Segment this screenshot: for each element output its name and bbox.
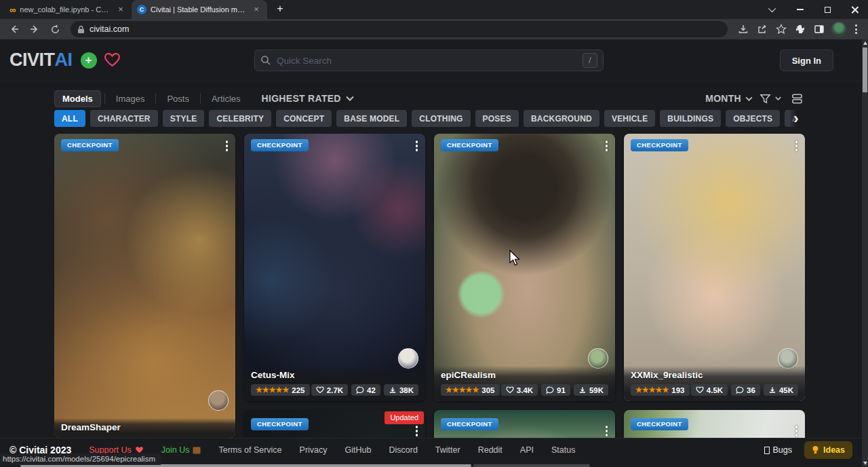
period-dropdown[interactable]: MONTH	[705, 93, 753, 104]
downloads-pill: 38K	[384, 384, 418, 396]
likes-count: 2.7K	[327, 386, 343, 394]
footer-link-github[interactable]: GitHub	[345, 445, 372, 455]
forward-button[interactable]	[26, 20, 43, 38]
tab-close-icon[interactable]: ×	[115, 4, 126, 15]
side-panel-button[interactable]	[810, 20, 828, 38]
model-card-partial[interactable]: CHECKPOINT	[624, 410, 805, 438]
card-menu-button[interactable]	[414, 138, 420, 153]
model-card-xxmix9realistic[interactable]: CHECKPOINT XXMix_9realistic ★★★★★ 193	[624, 134, 805, 401]
sort-dropdown[interactable]: HIGHEST RATED	[262, 93, 354, 104]
model-card-cetus-mix[interactable]: CHECKPOINT Cetus-Mix ★★★★★ 225 2.7K	[244, 134, 425, 401]
footer-link-api[interactable]: API	[520, 445, 534, 455]
tab-close-icon[interactable]: ×	[251, 4, 262, 15]
reload-button[interactable]	[46, 20, 64, 38]
footer-link-terms[interactable]: Terms of Service	[218, 445, 281, 455]
comments-pill: 36	[731, 384, 760, 396]
browser-menu-button[interactable]	[850, 22, 863, 37]
new-tab-button[interactable]: +	[271, 1, 289, 18]
chip-style[interactable]: STYLE	[163, 110, 205, 127]
heart-icon	[316, 386, 324, 394]
vertical-scrollbar[interactable]	[862, 39, 868, 467]
footer-link-reddit[interactable]: Reddit	[478, 445, 502, 455]
tab-models[interactable]: Models	[54, 90, 101, 107]
heart-icon	[506, 386, 514, 394]
card-menu-button[interactable]	[604, 138, 610, 153]
chip-background[interactable]: BACKGROUND	[524, 110, 599, 127]
chip-all[interactable]: ALL	[54, 110, 85, 127]
scroll-up-arrow-icon[interactable]	[863, 41, 867, 45]
chip-objects[interactable]: OBJECTS	[726, 110, 780, 127]
chip-vehicle[interactable]: VEHICLE	[604, 110, 655, 127]
card-menu-button[interactable]	[224, 138, 231, 153]
chip-poses[interactable]: POSES	[475, 110, 519, 127]
back-button[interactable]	[5, 20, 23, 38]
likes-count: 4.5K	[707, 386, 723, 394]
categories-scroll-right-button[interactable]: ›	[789, 110, 804, 128]
comment-icon	[736, 386, 744, 394]
maximize-button[interactable]	[814, 0, 841, 19]
chip-base-model[interactable]: BASE MODEL	[336, 110, 407, 127]
tab-posts[interactable]: Posts	[159, 91, 197, 107]
bugs-button[interactable]: Bugs	[764, 445, 793, 455]
tab-colab[interactable]: ∞ new_colab_file.ipynb - Colaborat ×	[4, 0, 132, 19]
tab-civitai[interactable]: C Civitai | Stable Diffusion models, ×	[132, 0, 267, 19]
tab-images[interactable]: Images	[108, 91, 153, 107]
civitai-logo[interactable]: CIVITAI	[9, 50, 73, 71]
footer-link-twitter[interactable]: Twitter	[435, 445, 460, 455]
creator-avatar[interactable]	[208, 390, 229, 411]
filter-dropdown[interactable]	[760, 93, 781, 105]
card-menu-button[interactable]	[793, 424, 800, 438]
chip-concept[interactable]: CONCEPT	[276, 110, 332, 127]
card-menu-button[interactable]	[604, 424, 610, 438]
share-button[interactable]	[753, 20, 771, 38]
extensions-button[interactable]	[791, 20, 809, 38]
window-controls	[760, 0, 868, 19]
model-title: DreamShaper	[61, 422, 229, 432]
download-icon	[389, 386, 397, 394]
chip-buildings[interactable]: BUILDINGS	[660, 110, 721, 127]
favorites-button[interactable]	[104, 52, 121, 68]
tab-search-button[interactable]	[760, 0, 787, 19]
puzzle-icon	[795, 24, 806, 35]
ideas-button[interactable]: Ideas	[804, 441, 852, 459]
tab-articles[interactable]: Articles	[204, 91, 248, 107]
footer-link-join-us[interactable]: Join Us	[161, 445, 201, 455]
vertical-scrollbar-thumb[interactable]	[863, 48, 867, 92]
address-bar[interactable]: civitai.com	[71, 21, 728, 37]
heart-icon	[104, 52, 121, 68]
horizontal-scrollbar-track[interactable]	[473, 464, 590, 467]
model-card-dreamshaper[interactable]: CHECKPOINT DreamShaper	[54, 134, 235, 438]
search-icon	[260, 55, 271, 66]
card-menu-button[interactable]	[793, 138, 800, 153]
model-card-partial[interactable]: Updated CHECKPOINT	[244, 410, 425, 438]
search-bar[interactable]: /	[254, 50, 604, 71]
footer-link-discord[interactable]: Discord	[389, 445, 417, 455]
footer-link-status[interactable]: Status	[551, 445, 575, 455]
minimize-button[interactable]	[787, 0, 814, 19]
download-tray-icon	[738, 24, 749, 35]
layout-toggle-button[interactable]	[791, 92, 804, 105]
star-icon	[776, 24, 787, 35]
filter-controls: MONTH	[705, 92, 804, 105]
model-card-epicrealism[interactable]: CHECKPOINT epiCRealism ★★★★★ 305 3.4K	[434, 134, 615, 401]
close-window-button[interactable]	[841, 0, 868, 19]
sign-in-button[interactable]: Sign In	[780, 50, 833, 71]
scroll-down-arrow-icon[interactable]	[863, 462, 867, 465]
funnel-icon	[760, 93, 771, 105]
tab-title: Civitai | Stable Diffusion models,	[151, 5, 247, 14]
chip-clothing[interactable]: CLOTHING	[412, 110, 470, 127]
bookmark-button[interactable]	[772, 20, 790, 38]
card-menu-button[interactable]	[414, 424, 420, 438]
profile-avatar[interactable]	[831, 22, 846, 37]
model-card-partial[interactable]: CHECKPOINT	[434, 410, 615, 438]
chip-celebrity[interactable]: CELEBRITY	[209, 110, 271, 127]
create-button[interactable]: +	[81, 52, 97, 69]
footer-link-privacy[interactable]: Privacy	[300, 445, 328, 455]
chevron-down-icon	[346, 96, 354, 101]
chip-character[interactable]: CHARACTER	[90, 110, 158, 127]
right-chevron-icon: ›	[793, 110, 798, 128]
search-input[interactable]	[277, 56, 577, 66]
browser-tab-strip: ∞ new_colab_file.ipynb - Colaborat × C C…	[0, 0, 868, 19]
checkpoint-badge: CHECKPOINT	[61, 139, 119, 151]
downloads-button[interactable]	[734, 20, 752, 38]
